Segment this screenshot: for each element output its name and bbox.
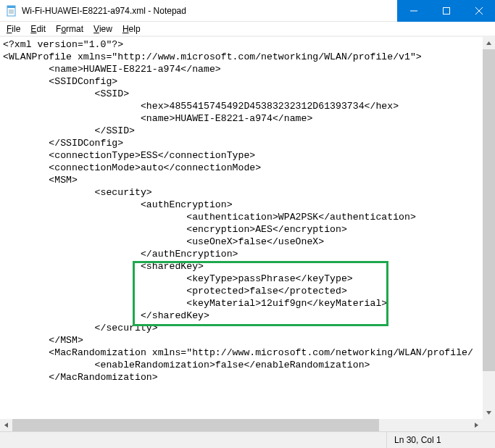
maximize-button[interactable]	[430, 0, 462, 22]
svg-rect-1	[7, 6, 15, 8]
scroll-left-button[interactable]	[0, 419, 12, 431]
scroll-h-track[interactable]	[12, 419, 470, 431]
window-title: Wi-Fi-HUAWEI-E8221-a974.xml - Notepad	[22, 6, 397, 16]
scroll-down-button[interactable]	[483, 407, 495, 419]
line: <MacRandomization xmlns="http://www.micr…	[3, 347, 473, 358]
line: </sharedKey>	[3, 310, 209, 321]
line: <?xml version="1.0"?>	[3, 39, 123, 50]
menu-view[interactable]: View	[88, 23, 117, 35]
horizontal-scrollbar[interactable]	[0, 419, 483, 431]
line: <authEncryption>	[3, 199, 233, 210]
line: <keyMaterial>12uif9gn</keyMaterial>	[3, 298, 387, 309]
menu-file[interactable]: File	[1, 23, 25, 35]
line: <security>	[3, 187, 152, 198]
scroll-v-thumb[interactable]	[483, 49, 495, 371]
text-editor[interactable]: <?xml version="1.0"?> <WLANProfile xmlns…	[0, 37, 483, 419]
line: </MSM>	[3, 335, 83, 346]
line: </MacRandomization>	[3, 372, 158, 383]
line: <MSM>	[3, 175, 78, 186]
line: <WLANProfile xmlns="http://www.microsoft…	[3, 51, 422, 62]
line: </security>	[3, 323, 158, 333]
line: <SSIDConfig>	[3, 76, 117, 87]
line: <connectionType>ESS</connectionType>	[3, 150, 255, 161]
menu-edit[interactable]: Edit	[25, 23, 51, 35]
svg-rect-6	[443, 7, 449, 14]
notepad-icon	[6, 5, 17, 17]
titlebar: Wi-Fi-HUAWEI-E8221-a974.xml - Notepad	[0, 0, 495, 22]
window-buttons	[397, 0, 495, 22]
line: <protected>false</protected>	[3, 286, 347, 296]
line: <sharedKey>	[3, 261, 204, 272]
line: <hex>4855415745492D45383232312D61393734<…	[3, 101, 399, 112]
editor-area: <?xml version="1.0"?> <WLANProfile xmlns…	[0, 36, 495, 431]
scroll-right-button[interactable]	[470, 419, 483, 431]
line: <authentication>WPA2PSK</authentication>	[3, 212, 416, 223]
line: <useOneX>false</useOneX>	[3, 236, 324, 247]
line: <encryption>AES</encryption>	[3, 224, 347, 235]
line: <name>HUAWEI-E8221-a974</name>	[3, 64, 221, 75]
scroll-up-button[interactable]	[483, 37, 495, 49]
minimize-button[interactable]	[397, 0, 430, 22]
line: <SSID>	[3, 88, 129, 99]
statusbar: Ln 30, Col 1	[0, 431, 495, 448]
line: <connectionMode>auto</connectionMode>	[3, 162, 261, 173]
line: <enableRandomization>false</enableRandom…	[3, 360, 370, 370]
menu-help[interactable]: Help	[117, 23, 146, 35]
line: <name>HUAWEI-E8221-a974</name>	[3, 113, 312, 124]
line: </authEncryption>	[3, 249, 238, 260]
line: </SSID>	[3, 125, 135, 136]
close-button[interactable]	[462, 0, 495, 22]
vertical-scrollbar[interactable]	[483, 37, 495, 419]
menu-format[interactable]: Format	[51, 23, 88, 35]
line: <keyType>passPhrase</keyType>	[3, 273, 353, 284]
scroll-corner	[483, 419, 495, 431]
menubar: File Edit Format View Help	[0, 22, 495, 36]
line: </SSIDConfig>	[3, 138, 123, 149]
status-cursor-position: Ln 30, Col 1	[386, 432, 495, 448]
scroll-h-thumb[interactable]	[12, 419, 379, 431]
scroll-v-track[interactable]	[483, 49, 495, 407]
